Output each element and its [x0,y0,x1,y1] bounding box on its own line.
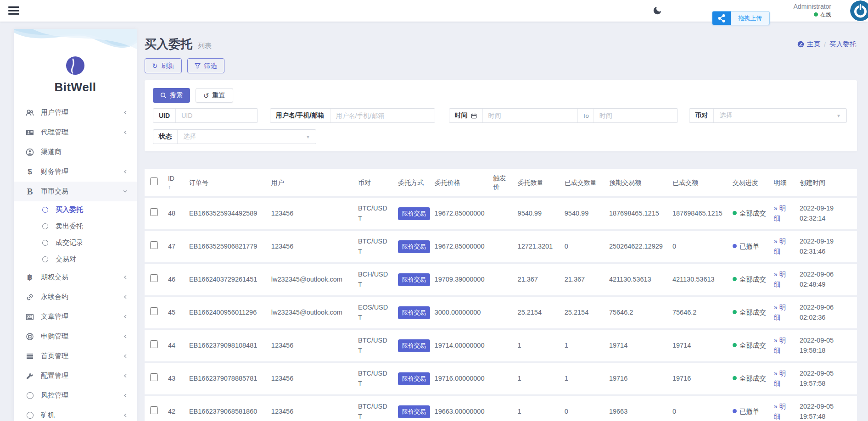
chevron-left-icon [123,393,128,398]
logo-wave-graphic [14,29,137,55]
row-checkbox[interactable] [150,274,158,282]
sidebar-item-coin-trade[interactable]: B 币币交易 [14,182,137,201]
select-all-checkbox[interactable] [150,177,158,185]
cell-pair: BCH/USDT [354,264,394,295]
status-dot [733,376,737,380]
col-header-amount: 委托数量 [514,169,561,196]
avatar[interactable] [850,0,868,21]
row-checkbox[interactable] [150,340,158,348]
chevron-left-icon [123,354,128,359]
cell-progress: 全部成交 [729,297,770,328]
detail-link[interactable]: »明细 [774,370,786,387]
status-select[interactable]: 选择 ▼ [178,130,316,144]
cell-filled-qty: 1 [561,363,605,394]
cell-created: 2022-09-05 19:57:58 [796,363,857,394]
sidebar-subitem-trade-records[interactable]: 成交记录 [14,234,137,251]
sidebar-item-article-management[interactable]: 文章管理 [14,307,137,327]
sidebar-item-homepage-management[interactable]: 首页管理 [14,346,137,366]
cell-expected-amount: 421130.53613 [605,264,669,295]
sidebar-subitem-trading-pairs[interactable]: 交易对 [14,251,137,267]
time-from-input[interactable] [483,109,577,122]
sidebar-item-label: 文章管理 [41,312,68,321]
list-bars-icon [25,352,35,361]
chevron-left-icon [123,314,128,319]
account-input[interactable] [330,109,435,122]
row-checkbox[interactable] [150,241,158,249]
drag-upload-button[interactable]: 拖拽上传 [712,11,770,25]
detail-link[interactable]: »明细 [774,337,786,354]
radio-bullet-icon [42,240,48,246]
reset-button[interactable]: ↺ 重置 [196,88,233,103]
col-header-id[interactable]: ID↑ [164,169,185,196]
cell-order-no: EB1663525906821779 [185,231,268,262]
chevron-down-icon [123,189,128,194]
time-to-input[interactable] [594,109,678,122]
search-button[interactable]: 搜索 [153,88,190,103]
sidebar-item-perpetual-contract[interactable]: 永续合约 [14,287,137,307]
col-header-price: 委托价格 [431,169,490,196]
dropdown-caret-icon: ▼ [836,113,841,118]
detail-link[interactable]: »明细 [774,403,786,420]
sidebar-item-user-management[interactable]: 用户管理 [14,103,137,122]
cell-filled-amount: 19714 [669,330,729,361]
breadcrumb-current-link[interactable]: 买入委托 [829,40,856,49]
time-filter: 时间 To [449,108,678,123]
online-dot-icon [814,12,818,17]
row-checkbox[interactable] [150,208,158,216]
detail-link[interactable]: »明细 [774,238,786,255]
sidebar-item-subscription-management[interactable]: 申购管理 [14,327,137,346]
sidebar-item-label: 币币交易 [41,187,68,196]
sidebar-subitem-sell-orders[interactable]: 卖出委托 [14,218,137,234]
row-checkbox[interactable] [150,373,158,381]
detail-arrows-icon: » [774,370,778,377]
sidebar-subitem-buy-orders[interactable]: 买入委托 [14,201,137,218]
cell-amount: 12721.3201 [514,231,561,262]
refresh-icon: ↻ [152,62,158,69]
cell-user: 123456 [268,396,354,421]
sidebar-item-channel-dealer[interactable]: 渠道商 [14,142,137,162]
breadcrumb-home-link[interactable]: 主页 [797,40,820,49]
sidebar-item-label: 永续合约 [41,293,68,301]
pair-filter: 币对 选择 ▼ [689,108,847,123]
detail-link[interactable]: »明细 [774,205,786,222]
cell-filled-qty: 25.2154 [561,297,605,328]
cell-filled-qty: 1 [561,330,605,361]
sidebar-item-label: 配置管理 [41,371,68,380]
sidebar-item-risk-management[interactable]: 风控管理 [14,386,137,405]
cell-filled-amount: 421130.53613 [669,264,729,295]
cell-pair: BTC/USDT [354,198,394,229]
time-to-separator: To [577,109,594,122]
dark-mode-moon-icon[interactable] [652,6,662,16]
detail-link[interactable]: »明细 [774,304,786,321]
row-checkbox[interactable] [150,307,158,315]
detail-link[interactable]: »明细 [774,271,786,288]
id-card-icon [25,128,35,137]
sidebar-item-options-trade[interactable]: ฿ 期权交易 [14,267,137,287]
cell-order-no: EB1662403729261451 [185,264,268,295]
cell-amount: 9540.99 [514,198,561,229]
dollar-icon: $ [28,167,32,177]
chevron-left-icon [123,334,128,339]
calendar-icon [471,113,477,119]
sidebar-item-config-management[interactable]: 配置管理 [14,366,137,386]
account-filter: 用户名/手机/邮箱 [270,108,435,123]
col-header-progress: 交易进度 [729,169,770,196]
user-info[interactable]: Administrator 在线 [794,2,831,18]
sidebar-item-miner[interactable]: 矿机 [14,405,137,421]
uid-input[interactable] [176,109,258,122]
row-checkbox[interactable] [150,406,158,414]
cell-id: 43 [164,363,185,394]
hamburger-menu-icon[interactable] [8,6,19,15]
upload-label: 拖拽上传 [731,11,769,25]
refresh-button[interactable]: ↻ 刷新 [145,58,182,73]
pair-select[interactable]: 选择 ▼ [714,109,846,122]
cell-user: 123456 [268,198,354,229]
search-icon [160,92,167,99]
sidebar-item-finance-management[interactable]: $ 财务管理 [14,162,137,182]
cell-progress: 全部成交 [729,264,770,295]
sidebar-subitem-label: 卖出委托 [56,222,83,231]
filter-button[interactable]: 筛选 [187,58,224,73]
cell-amount: 1 [514,396,561,421]
person-circle-icon [25,148,35,157]
sidebar-item-agent-management[interactable]: 代理管理 [14,122,137,142]
